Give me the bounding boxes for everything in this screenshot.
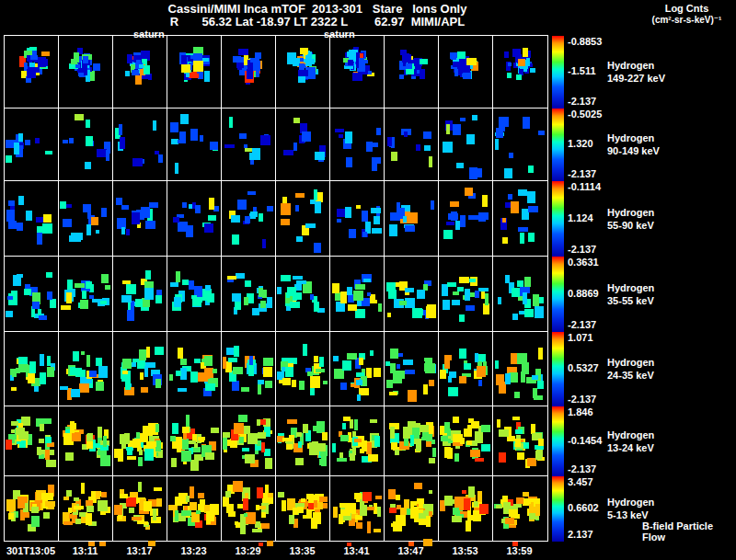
data-pixel-block [462, 74, 469, 77]
data-pixel-block [429, 360, 432, 367]
stare-panel [167, 36, 222, 108]
time-tick-label: 13:41 [343, 545, 369, 556]
data-pixel-block [46, 460, 56, 467]
stare-panel [330, 476, 385, 541]
data-pixel-block [295, 458, 304, 465]
data-pixel-block [240, 522, 246, 534]
stare-panel [439, 406, 493, 475]
colorbar-min-label: -2.137 [568, 96, 596, 107]
data-pixel-block [194, 359, 201, 363]
data-pixel-block [518, 59, 525, 66]
data-pixel-block [395, 450, 399, 455]
data-pixel-block [120, 494, 128, 498]
data-pixel-block [66, 490, 72, 497]
data-pixel-block [298, 70, 308, 76]
data-pixel-block [171, 458, 177, 467]
data-pixel-block [391, 152, 397, 161]
data-pixel-block [91, 217, 98, 225]
data-pixel-block [504, 51, 509, 58]
data-pixel-block [451, 211, 457, 221]
data-pixel-block [286, 292, 290, 298]
data-pixel-block [41, 51, 50, 56]
data-pixel-block [84, 65, 87, 75]
stare-panel [493, 476, 547, 541]
data-pixel-block [293, 508, 298, 515]
stare-panel [113, 476, 167, 541]
colorbar-max-label: 1.071 [568, 332, 593, 343]
data-pixel-block [535, 451, 542, 460]
data-pixel-block [309, 59, 315, 64]
data-pixel-block [83, 56, 88, 63]
stare-panel [5, 109, 59, 180]
data-pixel-block [283, 150, 293, 155]
data-pixel-block [452, 300, 460, 305]
data-pixel-block [399, 301, 407, 305]
data-pixel-block [249, 356, 253, 365]
stare-panel [439, 257, 493, 331]
data-pixel-block [210, 142, 218, 150]
colorbar [552, 476, 564, 542]
data-pixel-block [241, 387, 249, 392]
data-pixel-block [181, 55, 187, 64]
data-pixel-block [205, 383, 215, 391]
band-row-13-24-kev [4, 406, 548, 476]
data-pixel-block [45, 493, 53, 500]
data-pixel-block [31, 507, 39, 513]
stare-panel [330, 36, 385, 108]
data-pixel-block [75, 283, 85, 288]
data-pixel-block [11, 421, 18, 426]
data-pixel-block [127, 310, 134, 321]
data-pixel-block [30, 55, 38, 60]
data-pixel-block [236, 63, 244, 68]
data-pixel-block [155, 379, 161, 388]
data-pixel-block [523, 117, 530, 129]
data-pixel-block [45, 151, 52, 154]
data-pixel-block [43, 214, 52, 223]
data-pixel-block [351, 354, 355, 358]
stare-panel [222, 181, 276, 256]
data-pixel-block [538, 348, 543, 360]
data-pixel-block [82, 291, 86, 299]
data-pixel-block [313, 426, 322, 431]
saturn-marker-label: saturn [133, 29, 165, 40]
data-pixel-block [260, 301, 266, 308]
data-pixel-block [512, 314, 518, 320]
data-pixel-block [426, 516, 431, 527]
data-pixel-block [340, 383, 347, 390]
data-pixel-block [67, 280, 73, 290]
data-pixel-block [459, 314, 465, 322]
data-pixel-block [6, 311, 13, 317]
data-pixel-block [387, 137, 392, 146]
data-pixel-block [403, 360, 413, 365]
band-energy-label: Hydrogen 55-90 keV [607, 206, 654, 232]
data-pixel-block [32, 302, 40, 309]
stare-panel [330, 109, 385, 180]
data-pixel-block [282, 438, 293, 441]
data-pixel-block [121, 205, 129, 210]
data-pixel-block [86, 120, 90, 128]
data-pixel-block [289, 515, 294, 524]
data-pixel-block [532, 375, 538, 380]
colorbar-min-label: -2.137 [568, 319, 596, 330]
time-tick-label: 13:59 [506, 545, 532, 556]
data-pixel-block [236, 273, 245, 279]
data-pixel-block [281, 219, 290, 225]
data-pixel-block [38, 309, 41, 315]
data-pixel-block [265, 381, 272, 388]
colorbar-max-label: 3.457 [568, 476, 593, 487]
data-pixel-block [245, 280, 251, 287]
data-pixel-block [47, 356, 51, 366]
data-pixel-block [453, 291, 459, 295]
data-pixel-block [447, 282, 456, 287]
data-pixel-block [387, 313, 391, 317]
data-pixel-block [296, 432, 302, 437]
data-pixel-block [81, 483, 85, 494]
data-pixel-block [195, 205, 201, 213]
data-pixel-block [429, 380, 434, 386]
data-pixel-block [388, 489, 396, 499]
stare-panel [113, 181, 167, 256]
data-pixel-block [514, 392, 520, 398]
data-pixel-block [343, 417, 351, 421]
data-pixel-block [120, 434, 129, 444]
colorbar [552, 406, 564, 476]
